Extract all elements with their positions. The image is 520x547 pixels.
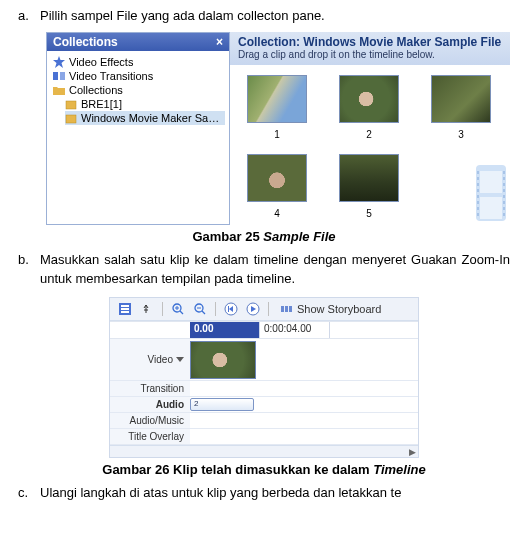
timeline-scrollbar[interactable]: ▶ <box>110 445 418 457</box>
transition-track[interactable] <box>190 381 418 396</box>
tree-item-video-transitions[interactable]: Video Transitions <box>53 69 225 83</box>
collections-pane: Collections × Video Effects Video Transi… <box>46 32 230 225</box>
clip-thumbnail <box>339 75 399 123</box>
caption-prefix: Gambar 26 Klip telah dimasukkan ke dalam <box>102 462 373 477</box>
film-strip-icon <box>472 125 510 225</box>
track-label-audio: Audio <box>110 397 190 412</box>
clips-pane: Collection: Windows Movie Maker Sample F… <box>230 32 510 225</box>
clip-item-1[interactable]: 1 <box>246 75 308 140</box>
clips-subtitle: Drag a clip and drop it on the timeline … <box>238 49 502 60</box>
tree-label: Windows Movie Maker Sample File <box>81 112 225 124</box>
zoom-in-icon[interactable] <box>171 302 185 316</box>
tree-item-collections-root[interactable]: Collections <box>53 83 225 97</box>
caption-italic: Timeline <box>373 462 426 477</box>
list-text: Ulangi langkah di atas untuk klip yang b… <box>40 483 510 503</box>
svg-rect-7 <box>480 197 502 219</box>
timeline-icon[interactable] <box>118 302 132 316</box>
video-track[interactable] <box>190 339 418 380</box>
list-letter: b. <box>18 250 40 289</box>
svg-rect-19 <box>503 189 505 192</box>
track-title-overlay: Title Overlay <box>110 429 418 445</box>
svg-rect-11 <box>477 189 479 192</box>
track-video: Video <box>110 339 418 381</box>
close-icon[interactable]: × <box>216 35 223 49</box>
audiomusic-track[interactable] <box>190 413 418 428</box>
clip-thumbnail <box>247 154 307 202</box>
clip-label: 1 <box>274 129 280 140</box>
track-transition: Transition <box>110 381 418 397</box>
list-letter: c. <box>18 483 40 503</box>
svg-rect-26 <box>121 308 129 310</box>
video-clip[interactable] <box>190 341 256 379</box>
expand-icon[interactable] <box>176 357 184 362</box>
svg-rect-21 <box>503 201 505 204</box>
bin-icon <box>65 98 77 110</box>
toolbar-separator <box>215 302 216 316</box>
tree-item-video-effects[interactable]: Video Effects <box>53 55 225 69</box>
clip-thumbnail <box>431 75 491 123</box>
toolbar-separator <box>268 302 269 316</box>
svg-rect-17 <box>503 177 505 180</box>
figure-25: Collections × Video Effects Video Transi… <box>46 32 510 225</box>
zoom-out-icon[interactable] <box>193 302 207 316</box>
list-text: Pillih sampel File yang ada dalam collec… <box>40 6 510 26</box>
audio-clip[interactable]: 2 <box>190 398 254 411</box>
svg-rect-4 <box>66 115 76 123</box>
tree-item-sample-file[interactable]: Windows Movie Maker Sample File <box>65 111 225 125</box>
timeline-tracks: Video Transition Audio 2 Audio/Music <box>110 339 418 445</box>
clip-label: 3 <box>458 129 464 140</box>
tree-label: Collections <box>69 84 123 96</box>
audio-track[interactable]: 2 <box>190 397 418 412</box>
svg-rect-13 <box>477 201 479 204</box>
track-label-title: Title Overlay <box>110 429 190 444</box>
svg-rect-20 <box>503 195 505 198</box>
tree-label: Video Effects <box>69 56 133 68</box>
narration-icon[interactable] <box>140 302 154 316</box>
rewind-icon[interactable] <box>224 302 238 316</box>
track-label-audiomusic: Audio/Music <box>110 413 190 428</box>
clips-header: Collection: Windows Movie Maker Sample F… <box>230 32 510 65</box>
figure-25-caption: Gambar 25 Sample File <box>18 229 510 244</box>
timeline-toolbar: Show Storyboard <box>110 298 418 321</box>
track-audio: Audio 2 <box>110 397 418 413</box>
svg-rect-8 <box>477 171 479 174</box>
scroll-right-icon: ▶ <box>409 447 416 457</box>
svg-marker-0 <box>53 56 65 68</box>
tree-item-bre1[interactable]: BRE1[1] <box>65 97 225 111</box>
list-item-b: b. Masukkan salah satu klip ke dalam tim… <box>18 250 510 289</box>
transition-icon <box>53 70 65 82</box>
collections-header: Collections × <box>47 33 229 51</box>
svg-rect-40 <box>281 306 284 312</box>
svg-rect-22 <box>503 207 505 210</box>
svg-rect-12 <box>477 195 479 198</box>
svg-rect-14 <box>477 207 479 210</box>
list-item-c: c. Ulangi langkah di atas untuk klip yan… <box>18 483 510 503</box>
collections-title: Collections <box>53 35 118 49</box>
timeline-ruler[interactable]: 0.00 0:00:04.00 <box>190 322 418 338</box>
timeline-label-col <box>110 322 190 338</box>
svg-rect-25 <box>121 305 129 307</box>
title-track[interactable] <box>190 429 418 444</box>
svg-rect-9 <box>477 177 479 180</box>
clip-label: 4 <box>274 208 280 219</box>
show-storyboard-button[interactable]: Show Storyboard <box>277 302 385 316</box>
figure-26-caption: Gambar 26 Klip telah dimasukkan ke dalam… <box>18 462 510 477</box>
clip-item-5[interactable]: 5 <box>338 154 400 219</box>
list-text: Masukkan salah satu klip ke dalam timeli… <box>40 250 510 289</box>
clip-item-4[interactable]: 4 <box>246 154 308 219</box>
svg-line-33 <box>202 311 205 314</box>
storyboard-label: Show Storyboard <box>297 303 381 315</box>
caption-prefix: Gambar 25 <box>192 229 263 244</box>
play-icon[interactable] <box>246 302 260 316</box>
clip-label: 5 <box>366 208 372 219</box>
svg-rect-18 <box>503 183 505 186</box>
time-marker-0: 0.00 <box>190 322 260 338</box>
thumb-grid: 1 2 3 4 5 <box>230 65 510 225</box>
clip-item-2[interactable]: 2 <box>338 75 400 140</box>
time-marker-1: 0:00:04.00 <box>260 322 330 338</box>
svg-rect-1 <box>53 72 58 80</box>
svg-rect-15 <box>477 213 479 216</box>
track-audiomusic: Audio/Music <box>110 413 418 429</box>
list-item-a: a. Pillih sampel File yang ada dalam col… <box>18 6 510 26</box>
track-label-transition: Transition <box>110 381 190 396</box>
